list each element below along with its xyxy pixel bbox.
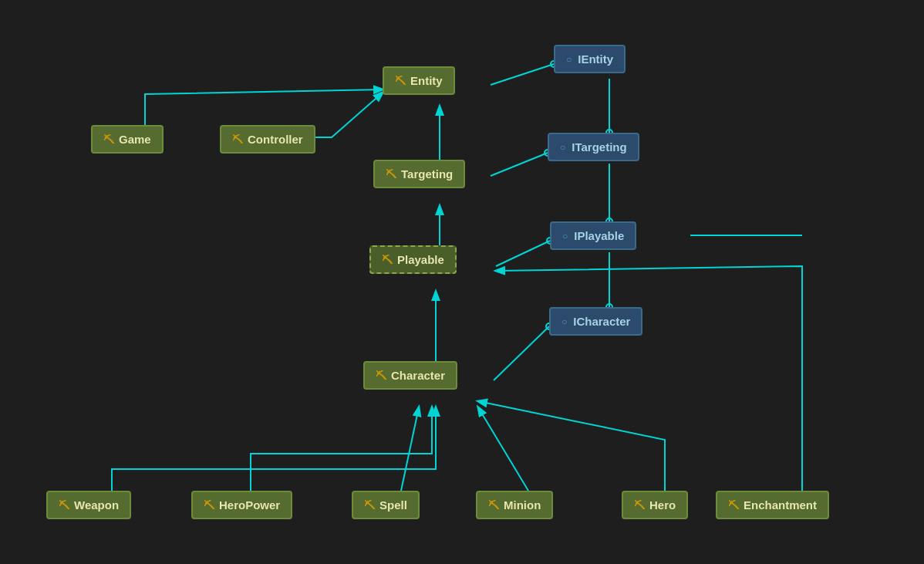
- node-heropower[interactable]: ⛏ HeroPower: [191, 491, 292, 519]
- node-targeting[interactable]: ⛏ Targeting: [373, 160, 465, 188]
- icharacter-icon: ○: [561, 316, 567, 327]
- node-iplayable[interactable]: ○ IPlayable: [550, 221, 636, 250]
- svg-line-17: [401, 407, 419, 491]
- entity-icon: ⛏: [395, 75, 406, 87]
- node-itargeting[interactable]: ○ ITargeting: [548, 133, 639, 161]
- minion-label: Minion: [504, 498, 541, 512]
- node-game[interactable]: ⛏ Game: [91, 125, 164, 154]
- node-minion[interactable]: ⛏ Minion: [476, 491, 553, 519]
- playable-icon: ⛏: [382, 254, 393, 266]
- hero-label: Hero: [649, 498, 676, 512]
- heropower-icon: ⛏: [204, 499, 214, 512]
- entity-label: Entity: [410, 74, 443, 87]
- node-playable[interactable]: ⛏ Playable: [369, 245, 457, 274]
- ientity-icon: ○: [566, 54, 572, 65]
- enchantment-label: Enchantment: [744, 498, 817, 512]
- iplayable-icon: ○: [562, 231, 568, 241]
- itargeting-icon: ○: [560, 142, 565, 153]
- game-icon: ⛏: [103, 133, 114, 146]
- playable-label: Playable: [397, 253, 444, 266]
- node-ientity[interactable]: ○ IEntity: [554, 45, 626, 73]
- svg-line-14: [494, 326, 549, 380]
- svg-line-2: [491, 153, 548, 176]
- svg-line-0: [491, 64, 554, 85]
- iplayable-label: IPlayable: [574, 229, 624, 242]
- weapon-icon: ⛏: [59, 499, 69, 512]
- node-icharacter[interactable]: ○ ICharacter: [549, 307, 642, 336]
- node-character[interactable]: ⛏ Character: [363, 361, 457, 390]
- node-weapon[interactable]: ⛏ Weapon: [46, 491, 131, 519]
- node-entity[interactable]: ⛏ Entity: [383, 66, 455, 95]
- svg-line-5: [496, 241, 550, 266]
- character-label: Character: [391, 369, 445, 382]
- icharacter-label: ICharacter: [573, 315, 630, 328]
- node-hero[interactable]: ⛏ Hero: [622, 491, 688, 519]
- heropower-label: HeroPower: [219, 498, 280, 512]
- targeting-label: Targeting: [401, 167, 453, 181]
- spell-label: Spell: [379, 498, 407, 512]
- hero-icon: ⛏: [634, 499, 645, 512]
- ientity-label: IEntity: [578, 52, 613, 66]
- node-controller[interactable]: ⛏ Controller: [220, 125, 315, 154]
- diagram-container: ⛏ Game ⛏ Controller ⛏ Entity ⛏ Targeting…: [0, 0, 924, 564]
- controller-label: Controller: [248, 133, 303, 146]
- connections-svg: [0, 0, 924, 564]
- character-icon: ⛏: [376, 370, 386, 382]
- controller-icon: ⛏: [232, 133, 243, 146]
- itargeting-label: ITargeting: [572, 140, 626, 154]
- enchantment-icon: ⛏: [728, 499, 739, 512]
- game-label: Game: [119, 133, 151, 146]
- svg-line-18: [478, 407, 528, 491]
- spell-icon: ⛏: [364, 499, 375, 512]
- node-spell[interactable]: ⛏ Spell: [352, 491, 420, 519]
- weapon-label: Weapon: [74, 498, 119, 512]
- node-enchantment[interactable]: ⛏ Enchantment: [716, 491, 829, 519]
- targeting-icon: ⛏: [386, 168, 396, 181]
- minion-icon: ⛏: [488, 499, 499, 512]
